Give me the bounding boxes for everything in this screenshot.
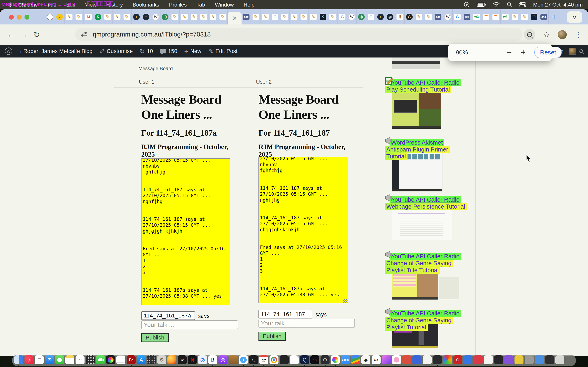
active-tab[interactable]: ✕ <box>228 12 242 25</box>
zoom-decrease-button[interactable]: − <box>507 48 512 57</box>
browser-tab[interactable] <box>290 9 299 25</box>
browser-tab[interactable] <box>385 9 395 25</box>
dock-app-icon[interactable] <box>55 355 64 366</box>
dock-app-icon[interactable] <box>433 355 442 366</box>
browser-tab[interactable] <box>93 9 103 25</box>
control-center-icon[interactable] <box>519 2 526 7</box>
dock-app-tile[interactable] <box>198 355 207 364</box>
edit-post-link[interactable]: Edit Post <box>215 48 237 54</box>
dock-app-tile[interactable] <box>515 355 523 364</box>
spotlight-icon[interactable] <box>507 2 512 8</box>
dock-app-tile[interactable] <box>269 355 278 364</box>
browser-tab[interactable] <box>251 9 261 25</box>
dock-app-tile[interactable] <box>361 355 370 364</box>
dock-app-tile[interactable] <box>208 355 217 364</box>
dock-app-tile[interactable] <box>86 355 95 364</box>
dock-app-icon[interactable] <box>300 355 309 366</box>
publish-button[interactable]: Publish <box>259 332 286 341</box>
dock-app-icon[interactable] <box>463 355 472 366</box>
browser-tab[interactable] <box>170 9 180 25</box>
dock-app-icon[interactable] <box>167 355 176 366</box>
dock-app-icon[interactable] <box>249 355 258 366</box>
tutorial-link[interactable]: Playlist Title Tutorial <box>385 267 440 274</box>
dock-app-icon[interactable] <box>515 355 523 366</box>
tutorial-link[interactable]: YouTube API Caller Radio <box>389 310 461 317</box>
browser-tab[interactable] <box>151 9 160 25</box>
dock-app-tile[interactable] <box>249 355 258 364</box>
new-link[interactable]: New <box>190 48 201 54</box>
browser-tab[interactable] <box>472 9 481 25</box>
dock-app-tile[interactable] <box>229 355 238 364</box>
browser-tab[interactable] <box>366 9 376 25</box>
browser-tab[interactable] <box>328 9 337 25</box>
dock-app-icon[interactable] <box>290 355 299 366</box>
tutorial-link[interactable]: Change of Genre Saying <box>385 317 453 324</box>
zoom-increase-button[interactable]: + <box>521 48 526 57</box>
back-button[interactable]: ← <box>4 30 17 39</box>
tutorial-link[interactable]: Antispam Plugin Primer <box>385 146 450 153</box>
browser-tab[interactable] <box>270 9 280 25</box>
comments-count[interactable]: 150 <box>168 48 177 54</box>
fullscreen-window-button[interactable] <box>25 15 29 20</box>
browser-tab[interactable] <box>510 9 520 25</box>
menu-profiles[interactable]: Profiles <box>169 2 187 8</box>
dock-app-tile[interactable] <box>484 355 493 364</box>
dock-app-tile[interactable] <box>331 355 340 364</box>
minimize-window-button[interactable] <box>17 15 22 20</box>
publish-button[interactable]: Publish <box>141 333 169 342</box>
browser-tab[interactable] <box>539 9 549 25</box>
browser-tab[interactable] <box>65 9 74 25</box>
tutorial-link[interactable]: YouTube API Caller Radio <box>389 253 461 260</box>
dock-app-icon[interactable] <box>239 355 248 366</box>
dock-app-tile[interactable] <box>137 355 146 364</box>
updates-count[interactable]: 10 <box>147 48 153 54</box>
browser-tab[interactable] <box>433 9 443 25</box>
dock-app-icon[interactable] <box>269 355 278 366</box>
tutorial-link[interactable]: Tutorial <box>385 153 407 160</box>
talk-input[interactable] <box>259 319 355 328</box>
dock-app-tile[interactable] <box>535 355 544 364</box>
dock-app-tile[interactable] <box>259 355 268 364</box>
browser-tab[interactable] <box>45 9 55 25</box>
browser-tab[interactable] <box>218 9 228 25</box>
dock-app-tile[interactable] <box>310 355 319 364</box>
dock-app-tile[interactable] <box>545 355 554 364</box>
browser-tab[interactable] <box>347 9 357 25</box>
dock-app-icon[interactable] <box>45 355 54 366</box>
dock-app-icon[interactable] <box>188 355 197 366</box>
dock-app-icon[interactable] <box>555 355 564 366</box>
wifi-icon[interactable] <box>493 2 500 7</box>
dock-app-icon[interactable] <box>198 355 207 366</box>
browser-tab[interactable] <box>337 9 347 25</box>
dock-app-icon[interactable] <box>25 355 34 366</box>
browser-tab[interactable] <box>103 9 112 25</box>
dock-app-tile[interactable] <box>300 355 309 364</box>
browser-tab[interactable] <box>208 9 218 25</box>
dock-app-icon[interactable] <box>474 355 483 366</box>
dock-app-tile[interactable] <box>239 355 248 364</box>
dock-app-tile[interactable] <box>555 355 564 364</box>
dock-app-icon[interactable] <box>504 355 513 366</box>
browser-tab[interactable] <box>462 9 472 25</box>
dock-app-icon[interactable] <box>372 355 380 366</box>
dock-app-tile[interactable] <box>423 355 432 364</box>
dock-app-icon[interactable] <box>443 355 452 366</box>
tutorial-link[interactable]: Play Scheduling Tutorial <box>385 86 451 93</box>
dock-app-icon[interactable] <box>535 355 544 366</box>
dock-app-icon[interactable] <box>137 355 146 366</box>
messages-textarea[interactable]: 27/10/2025 05:15 GMT ... nbvnbv fghfchjg… <box>141 158 230 305</box>
dock-app-tile[interactable] <box>474 355 483 364</box>
url-text[interactable]: rjmprogramming.com.au/ITblog/?p=70318 <box>93 31 211 38</box>
browser-tab[interactable] <box>242 9 251 25</box>
browser-tab[interactable] <box>443 9 453 25</box>
dock-app-tile[interactable] <box>55 355 64 364</box>
dock-app-tile[interactable] <box>280 355 289 364</box>
dock-app-tile[interactable] <box>494 355 503 364</box>
talk-input[interactable] <box>141 320 238 329</box>
dock-app-tile[interactable] <box>320 355 329 364</box>
tutorial-link[interactable]: Playlist Tutorial <box>385 324 428 331</box>
dock-app-icon[interactable] <box>494 355 503 366</box>
browser-tab[interactable] <box>520 9 529 25</box>
dock-app-icon[interactable] <box>331 355 340 366</box>
dock-app-icon[interactable] <box>76 355 85 366</box>
